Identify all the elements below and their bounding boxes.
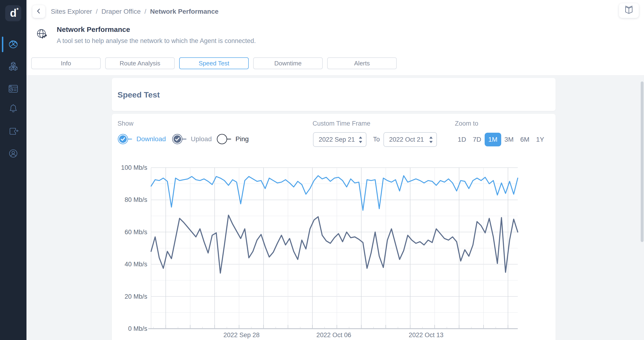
page-subtitle: A tool set to help analyse the network t… — [57, 37, 256, 45]
knowledge-base-button[interactable] — [619, 3, 639, 18]
toggle-download-label: Download — [136, 135, 166, 143]
logo-letter: d — [10, 7, 16, 18]
date-to-stepper[interactable] — [429, 136, 433, 144]
svg-text:2022 Oct 13: 2022 Oct 13 — [409, 332, 444, 339]
speed-test-chart: 100 Mb/s80 Mb/s60 Mb/s40 Mb/s20 Mb/s0 Mb… — [112, 152, 556, 340]
check-circle-icon — [172, 134, 187, 145]
toggle-upload[interactable]: Upload — [172, 134, 212, 145]
breadcrumb-draper-office[interactable]: Draper Office — [102, 8, 141, 15]
date-from-stepper[interactable] — [358, 136, 363, 144]
date-from-field[interactable] — [313, 132, 366, 147]
sidebar: d ✱ — [0, 0, 26, 340]
sidebar-item-integrations[interactable] — [8, 125, 19, 137]
chevron-left-icon — [34, 6, 44, 17]
zoom-presets: 1D 7D 1M 3M 6M 1Y — [454, 133, 548, 146]
timeframe-to-word: To — [373, 136, 380, 143]
show-label: Show — [118, 120, 134, 127]
svg-text:2022 Sep 28: 2022 Sep 28 — [224, 332, 260, 339]
date-to-input[interactable] — [389, 136, 427, 143]
zoom-1m[interactable]: 1M — [485, 133, 501, 146]
open-book-icon — [624, 5, 634, 16]
svg-text:60 Mb/s: 60 Mb/s — [124, 229, 147, 236]
speed-test-chart-card: Show Download Upload — [112, 114, 556, 340]
dashboard-icon — [8, 91, 19, 95]
sidebar-item-network-performance[interactable] — [8, 39, 19, 50]
toggle-upload-label: Upload — [191, 135, 212, 143]
svg-text:20 Mb/s: 20 Mb/s — [124, 293, 147, 300]
breadcrumb-sites-explorer[interactable]: Sites Explorer — [51, 8, 92, 15]
check-circle-icon — [118, 134, 133, 145]
sidebar-item-dashboards[interactable] — [8, 83, 19, 94]
content-area: Speed Test Show Download — [26, 75, 644, 340]
tab-speed-test[interactable]: Speed Test — [179, 57, 249, 69]
svg-text:2022 Oct 06: 2022 Oct 06 — [316, 332, 351, 339]
tab-route-analysis[interactable]: Route Analysis — [105, 57, 175, 69]
breadcrumb: Sites Explorer / Draper Office / Network… — [51, 0, 218, 23]
tab-bar: Info Route Analysis Speed Test Downtime … — [31, 57, 397, 69]
date-to-field[interactable] — [384, 132, 437, 147]
breadcrumb-separator: / — [96, 8, 98, 15]
toggle-ping[interactable]: Ping — [216, 134, 249, 145]
toggle-ping-label: Ping — [236, 135, 249, 143]
breadcrumb-separator: / — [144, 8, 146, 15]
zoom-3m[interactable]: 3M — [501, 136, 517, 143]
breadcrumb-current: Network Performance — [150, 8, 218, 15]
globe-chart-icon — [35, 27, 49, 41]
svg-text:0 Mb/s: 0 Mb/s — [128, 325, 147, 332]
page-header: Sites Explorer / Draper Office / Network… — [26, 0, 644, 75]
tab-alerts[interactable]: Alerts — [327, 57, 397, 69]
logo-star-icon: ✱ — [16, 7, 19, 11]
app-root: d ✱ — [0, 0, 644, 340]
page-title: Network Performance — [57, 25, 130, 33]
app-logo[interactable]: d ✱ — [5, 5, 21, 21]
back-button[interactable] — [32, 5, 45, 18]
card-title: Speed Test — [118, 90, 160, 99]
sidebar-item-inventory[interactable] — [8, 61, 19, 72]
zoom-1y[interactable]: 1Y — [533, 136, 547, 143]
user-circle-icon — [8, 156, 19, 160]
svg-text:40 Mb/s: 40 Mb/s — [124, 261, 147, 268]
sidebar-active-indicator — [2, 37, 3, 52]
date-from-input[interactable] — [319, 136, 356, 143]
tab-info[interactable]: Info — [31, 57, 101, 69]
svg-text:100 Mb/s: 100 Mb/s — [121, 164, 147, 171]
cubes-icon — [8, 69, 19, 73]
zoom-to-label: Zoom to — [455, 120, 478, 127]
bell-icon — [8, 111, 19, 115]
zoom-1d[interactable]: 1D — [454, 136, 470, 143]
svg-text:80 Mb/s: 80 Mb/s — [124, 196, 147, 203]
sidebar-item-alerts[interactable] — [8, 103, 19, 114]
sidebar-item-account[interactable] — [8, 148, 19, 159]
empty-circle-icon — [216, 134, 232, 145]
speed-test-header-card: Speed Test — [112, 78, 556, 111]
scrollbar-thumb[interactable] — [641, 81, 644, 242]
zoom-6m[interactable]: 6M — [517, 136, 533, 143]
zoom-7d[interactable]: 7D — [470, 136, 485, 143]
toggle-download[interactable]: Download — [118, 134, 166, 145]
timeframe-label: Custom Time Frame — [312, 120, 370, 127]
globe-network-icon — [8, 47, 19, 51]
tab-downtime[interactable]: Downtime — [253, 57, 323, 69]
puzzle-arrow-icon — [8, 133, 19, 137]
